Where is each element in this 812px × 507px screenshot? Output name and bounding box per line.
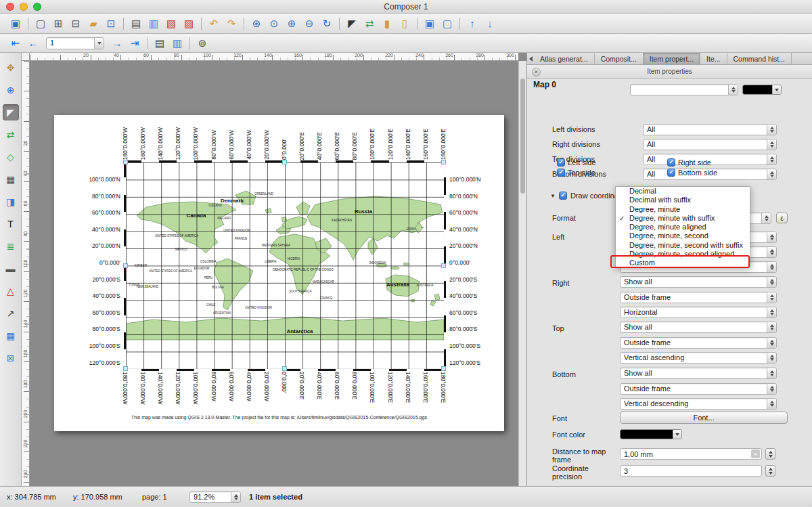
combobox-arrows-icon[interactable] bbox=[767, 322, 776, 332]
add-legend-icon[interactable]: ≣ bbox=[3, 238, 19, 255]
selection-handle[interactable] bbox=[282, 366, 287, 371]
combobox-arrows-icon[interactable] bbox=[728, 85, 738, 95]
scrollbar-thumb[interactable] bbox=[520, 79, 525, 194]
add-image-icon[interactable]: ◨ bbox=[3, 194, 19, 210]
format-menu-item[interactable]: Degree, minute, second with suffix bbox=[616, 241, 750, 250]
top-display-combobox[interactable]: Show all bbox=[620, 322, 777, 333]
combobox-arrows-icon[interactable] bbox=[767, 384, 776, 394]
zoom-out-icon[interactable]: ⊖ bbox=[300, 16, 318, 31]
redo-icon[interactable]: ↷ bbox=[223, 16, 240, 31]
select-move-item-tool-icon[interactable]: ◤ bbox=[3, 104, 19, 120]
selection-handle[interactable] bbox=[123, 160, 128, 164]
atlas-feature-combobox[interactable]: 1 bbox=[46, 37, 104, 49]
combobox-arrows-icon[interactable] bbox=[767, 247, 776, 257]
selection-handle[interactable] bbox=[441, 160, 446, 164]
combobox-arrows-icon[interactable] bbox=[767, 368, 776, 378]
zoom-level-combobox[interactable]: 91.2% bbox=[189, 491, 241, 503]
top-position-combobox[interactable]: Outside frame bbox=[620, 337, 777, 349]
zoom-actual-icon[interactable]: ⊙ bbox=[265, 16, 283, 31]
bottom-display-combobox[interactable]: Show all bbox=[620, 368, 777, 379]
export-atlas-icon[interactable]: ▥ bbox=[168, 35, 186, 51]
move-item-content-icon[interactable]: ⇄ bbox=[361, 16, 378, 31]
save-composition-icon[interactable]: ▣ bbox=[7, 16, 24, 31]
toolbar-icon[interactable] bbox=[201, 18, 202, 30]
combobox-arrows-icon[interactable] bbox=[94, 38, 104, 49]
tab-overflow-icon[interactable] bbox=[527, 53, 534, 64]
selection-handle[interactable] bbox=[282, 160, 287, 164]
atlas-last-feature-icon[interactable]: ⇥ bbox=[126, 35, 143, 51]
add-attribute-table-icon[interactable]: ▦ bbox=[3, 328, 19, 344]
top-direction-combobox[interactable]: Vertical ascending bbox=[620, 352, 777, 363]
tab-atlas-generation[interactable]: Atlas generat... bbox=[534, 53, 595, 64]
duplicate-composition-icon[interactable]: ⊞ bbox=[49, 16, 67, 31]
group-items-icon[interactable]: ▣ bbox=[421, 16, 438, 31]
draw-coordinates-checkbox[interactable] bbox=[559, 192, 567, 200]
combobox-arrows-icon[interactable] bbox=[231, 492, 240, 502]
right-direction-combobox[interactable]: Horizontal bbox=[620, 307, 777, 318]
format-menu-item[interactable]: Decimal with suffix bbox=[616, 196, 750, 204]
selection-handle[interactable] bbox=[441, 366, 446, 371]
divisions-combobox[interactable]: All bbox=[643, 124, 777, 135]
toolbar-icon[interactable] bbox=[459, 18, 460, 30]
lock-items-icon[interactable]: ▮ bbox=[378, 16, 396, 31]
selection-handle[interactable] bbox=[123, 366, 128, 371]
zoom-full-icon[interactable]: ⊛ bbox=[248, 16, 265, 31]
ungroup-items-icon[interactable]: ▢ bbox=[438, 16, 456, 31]
close-window-button[interactable] bbox=[6, 3, 14, 11]
toolbar-icon[interactable] bbox=[417, 18, 418, 30]
move-content-tool-icon[interactable]: ⇄ bbox=[3, 127, 19, 143]
combobox-arrows-icon[interactable] bbox=[767, 139, 776, 150]
refresh-view-icon[interactable]: ↻ bbox=[318, 16, 336, 31]
right-display-combobox[interactable]: Show all bbox=[620, 276, 777, 288]
data-defined-override-button[interactable]: ε bbox=[776, 213, 788, 223]
toolbar-icon[interactable] bbox=[28, 18, 28, 30]
map-item[interactable]: 100°0.000'N80°0.000'N60°0.000'N40°0.000'… bbox=[126, 162, 444, 369]
font-color-button[interactable] bbox=[620, 429, 682, 439]
composition-canvas[interactable]: 100°0.000'N80°0.000'N60°0.000'N40°0.000'… bbox=[30, 61, 518, 486]
save-template-icon[interactable]: ⊡ bbox=[102, 16, 120, 31]
combobox-arrows-icon[interactable] bbox=[767, 338, 776, 348]
distance-stepper[interactable] bbox=[765, 448, 775, 460]
new-composition-icon[interactable]: ▢ bbox=[32, 16, 49, 31]
print-atlas-icon[interactable]: ▤ bbox=[151, 35, 168, 51]
atlas-first-feature-icon[interactable]: ⇤ bbox=[7, 35, 24, 51]
format-menu-item[interactable]: Degree, minute, second bbox=[616, 232, 750, 240]
top-side-checkbox[interactable]: Top side bbox=[557, 169, 595, 177]
format-menu-item[interactable]: Degree, minute bbox=[616, 205, 750, 214]
add-label-icon[interactable]: T bbox=[3, 216, 19, 232]
dropdown-arrow-icon[interactable] bbox=[772, 85, 781, 94]
toolbar-icon[interactable] bbox=[123, 18, 124, 30]
bottom-side-checkbox[interactable]: Bottom side bbox=[667, 169, 717, 177]
zoom-in-icon[interactable]: ⊕ bbox=[283, 16, 300, 31]
collapse-triangle-icon[interactable]: ▼ bbox=[550, 193, 556, 199]
cropped-combobox[interactable] bbox=[630, 84, 738, 95]
atlas-settings-icon[interactable]: ⊚ bbox=[194, 35, 211, 51]
precision-spinbox[interactable]: 3 bbox=[620, 465, 762, 477]
checkbox-icon[interactable] bbox=[557, 158, 565, 167]
toolbar-icon[interactable] bbox=[147, 37, 148, 49]
pan-tool-icon[interactable]: ✥ bbox=[3, 60, 19, 76]
selection-handle[interactable] bbox=[123, 263, 128, 268]
selection-handle[interactable] bbox=[441, 263, 446, 268]
combobox-arrows-icon[interactable] bbox=[767, 262, 776, 272]
raise-items-icon[interactable]: ↑ bbox=[464, 16, 481, 31]
clear-value-icon[interactable] bbox=[751, 449, 760, 458]
toolbar-icon[interactable] bbox=[244, 18, 244, 30]
combobox-arrows-icon[interactable] bbox=[767, 154, 776, 164]
close-panel-icon[interactable] bbox=[532, 68, 541, 76]
atlas-previous-feature-icon[interactable]: ← bbox=[24, 35, 42, 51]
combobox-arrows-icon[interactable] bbox=[767, 353, 776, 363]
add-map-icon[interactable]: ▦ bbox=[3, 171, 19, 188]
zoom-window-button[interactable] bbox=[33, 3, 41, 11]
format-menu-item[interactable]: Custom bbox=[616, 259, 750, 267]
print-icon[interactable]: ▤ bbox=[127, 16, 145, 31]
combobox-arrows-icon[interactable] bbox=[767, 399, 776, 409]
tab-items[interactable]: Ite... bbox=[700, 53, 727, 64]
format-menu-item[interactable]: Degree, minute aligned bbox=[616, 223, 750, 232]
add-arrow-icon[interactable]: ↗ bbox=[3, 305, 19, 322]
dropdown-arrow-icon[interactable] bbox=[673, 430, 681, 439]
tab-item-properties[interactable]: Item propert... bbox=[644, 53, 700, 64]
add-scalebar-icon[interactable]: ▬ bbox=[3, 261, 19, 277]
grid-color-button[interactable] bbox=[742, 85, 782, 95]
unlock-items-icon[interactable]: ▯ bbox=[396, 16, 413, 31]
